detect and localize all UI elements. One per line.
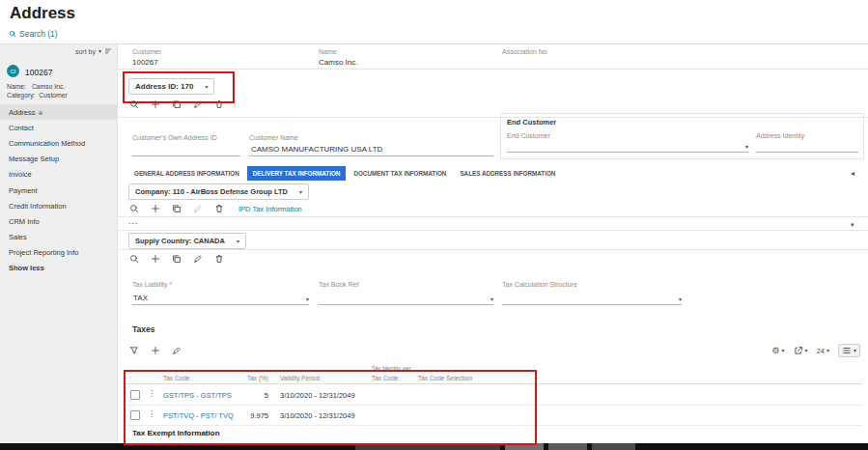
- own-address-id-field[interactable]: [132, 141, 240, 156]
- row-menu-icon[interactable]: ⋮: [148, 410, 155, 418]
- column-identity-tax-code[interactable]: Tax Code: [372, 375, 398, 381]
- record-badge-icon: ⊕: [39, 109, 43, 116]
- collapse-chevron-icon[interactable]: ▾: [851, 221, 854, 228]
- sidebar-item-payment[interactable]: Payment: [0, 183, 117, 198]
- sidebar-item-label: Credit Information: [9, 202, 67, 211]
- sidebar-item-label: Address: [9, 108, 36, 117]
- delete-icon[interactable]: [213, 203, 225, 214]
- page-size-value: 24: [817, 347, 825, 355]
- address-identity-field[interactable]: [756, 139, 858, 153]
- tax-book-ref-value: [319, 302, 320, 304]
- add-icon[interactable]: [150, 98, 161, 110]
- search-icon[interactable]: [128, 203, 140, 214]
- tax-liability-select[interactable]: TAX ▾: [132, 289, 309, 305]
- sidebar-item-show-less[interactable]: Show less: [0, 261, 117, 276]
- taskbar: [0, 443, 868, 450]
- page-title: Address: [10, 4, 75, 23]
- record-name-value: Camso Inc.: [32, 83, 65, 90]
- tax-liability-value: TAX: [132, 294, 148, 304]
- chevron-down-icon: ▾: [299, 189, 302, 195]
- delete-icon[interactable]: [213, 98, 225, 110]
- end-customer-select[interactable]: ▾: [507, 139, 748, 153]
- end-customer-label: End Customer: [507, 132, 550, 139]
- edit-icon[interactable]: [171, 345, 182, 356]
- sidebar-item-address[interactable]: Address ⊕: [0, 104, 117, 120]
- tax-calculation-structure-value: [502, 302, 503, 304]
- column-tax-code-selection[interactable]: Tax Code Selection: [418, 375, 472, 381]
- table-settings-gear[interactable]: ⚙ ▾: [772, 347, 785, 355]
- chevron-down-icon: ▾: [826, 348, 829, 353]
- tab-document-tax-information[interactable]: DOCUMENT TAX INFORMATION: [348, 166, 452, 181]
- supply-country-dropdown[interactable]: Supply Country: CANADA ▾: [128, 233, 246, 249]
- sidebar-item-credit-information[interactable]: Credit Information: [0, 198, 117, 213]
- add-icon[interactable]: [150, 253, 161, 265]
- add-icon[interactable]: [150, 203, 161, 214]
- search-icon[interactable]: [128, 98, 140, 110]
- customer-name-field[interactable]: CAMSO MANUFACTURING USA LTD: [249, 141, 493, 156]
- sidebar-item-contact[interactable]: Contact: [0, 120, 117, 135]
- search-link[interactable]: Search (1): [8, 29, 58, 39]
- sidebar-item-project-reporting-info[interactable]: Project Reporting Info: [0, 245, 117, 261]
- sidebar: sort by ▾ CI 100267 Name: Camso Inc. Cat…: [0, 44, 118, 443]
- edit-icon[interactable]: [192, 253, 204, 265]
- taskbar-segment: [355, 443, 500, 450]
- sidebar-item-invoice[interactable]: Invoice: [0, 167, 117, 183]
- column-validity-period[interactable]: Validity Period: [280, 375, 320, 381]
- chevron-down-icon: ▾: [782, 348, 785, 353]
- list-view-icon: [842, 346, 852, 355]
- chevron-down-icon: ▾: [306, 296, 309, 304]
- duplicate-icon[interactable]: [171, 98, 182, 110]
- row-checkbox[interactable]: [130, 410, 140, 420]
- ipd-tax-information-link[interactable]: IPD Tax Information: [238, 205, 302, 213]
- column-tax-code[interactable]: Tax Code: [163, 375, 189, 381]
- company-dropdown[interactable]: Company: 110 - AirBoss Defense Group LTD…: [128, 183, 309, 200]
- sort-by-control[interactable]: sort by ▾: [75, 47, 112, 55]
- taxes-section-title: Taxes: [132, 324, 154, 334]
- record-category: Category: Customer: [7, 92, 68, 98]
- tab-general-address-information[interactable]: GENERAL ADDRESS INFORMATION: [128, 166, 245, 181]
- tax-code-link[interactable]: PST/TVQ - PST/ TVQ: [163, 411, 234, 420]
- delete-icon[interactable]: [213, 253, 225, 265]
- tax-calculation-structure-select[interactable]: ▾: [502, 289, 682, 305]
- sidebar-item-label: Message Setup: [9, 155, 59, 163]
- end-customer-title: End Customer: [507, 118, 556, 127]
- record-name: Name: Camso Inc.: [7, 83, 65, 90]
- chevron-down-icon: ▾: [745, 144, 748, 152]
- sidebar-item-sales[interactable]: Sales: [0, 230, 117, 245]
- view-mode-selector[interactable]: ▾: [838, 344, 860, 357]
- filter-icon[interactable]: [128, 345, 140, 356]
- tab-sales-address-information[interactable]: SALES ADDRESS INFORMATION: [454, 166, 561, 181]
- sidebar-item-crm-info[interactable]: CRM Info: [0, 213, 117, 229]
- validity-period-cell: 3/10/2020 - 12/31/2049: [280, 411, 355, 420]
- page-size-selector[interactable]: 24 ▾: [817, 347, 829, 355]
- address-id-dropdown[interactable]: Address ID: 170 ▾: [128, 78, 214, 95]
- tabs-scroll-left-icon[interactable]: ◂: [851, 169, 854, 178]
- supply-country-value: Supply Country: CANADA: [135, 237, 225, 245]
- customer-label: Customer: [132, 48, 161, 55]
- tax-book-ref-select[interactable]: ▾: [319, 289, 493, 305]
- search-icon[interactable]: [128, 253, 140, 265]
- table-row[interactable]: ⋮ GST/TPS - GST/TPS 5 3/10/2020 - 12/31/…: [124, 384, 862, 406]
- duplicate-icon[interactable]: [171, 203, 182, 214]
- sidebar-item-label: Payment: [9, 186, 38, 195]
- tab-delivery-tax-information[interactable]: DELIVERY TAX INFORMATION: [247, 166, 347, 181]
- sidebar-item-communication-method[interactable]: Communication Method: [0, 135, 117, 151]
- record-id: 100267: [25, 68, 52, 77]
- row-checkbox[interactable]: [130, 390, 140, 400]
- header-divider: [0, 43, 868, 44]
- tax-code-link[interactable]: GST/TPS - GST/TPS: [163, 391, 232, 400]
- row-menu-icon[interactable]: ⋮: [148, 390, 155, 398]
- record-header-divider: [117, 69, 868, 70]
- section-divider: [117, 230, 868, 231]
- tab-bar: GENERAL ADDRESS INFORMATION DELIVERY TAX…: [128, 166, 561, 181]
- edit-icon[interactable]: [192, 98, 204, 110]
- sidebar-item-message-setup[interactable]: Message Setup: [0, 152, 117, 167]
- column-tax-pct[interactable]: Tax (%): [227, 375, 268, 381]
- more-indicator[interactable]: ...: [128, 216, 139, 226]
- sidebar-item-label: Show less: [9, 264, 44, 272]
- sidebar-item-label: Sales: [9, 233, 27, 241]
- table-row[interactable]: ⋮ PST/TVQ - PST/ TVQ 9.975 3/10/2020 - 1…: [124, 405, 862, 426]
- export-control[interactable]: ▾: [794, 346, 808, 355]
- duplicate-icon[interactable]: [171, 253, 182, 265]
- add-icon[interactable]: [150, 345, 161, 356]
